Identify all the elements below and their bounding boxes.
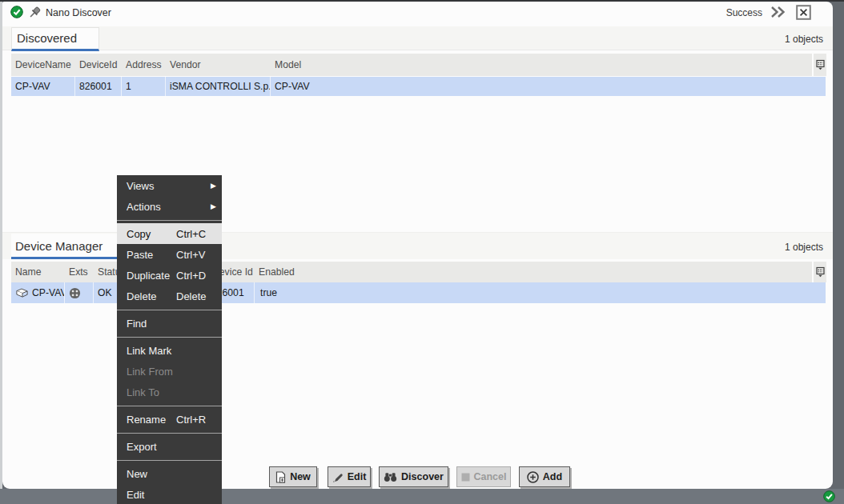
- close-icon[interactable]: [796, 5, 811, 20]
- menu-item-link-to[interactable]: Link To: [117, 382, 222, 402]
- window-title: Nano Discover: [46, 7, 111, 18]
- cell-address: 1: [122, 77, 166, 96]
- window-top-edge: [0, 0, 844, 2]
- cell-model: CP-VAV: [271, 77, 826, 96]
- menu-separator: [117, 306, 222, 313]
- menu-separator: [117, 217, 222, 223]
- new-button[interactable]: New: [269, 466, 317, 487]
- submenu-arrow-icon: ▶: [211, 182, 216, 190]
- menu-item-paste[interactable]: PasteCtrl+V: [117, 244, 222, 265]
- column-header-devicename[interactable]: DeviceName: [11, 54, 75, 76]
- double-chevron-icon[interactable]: [770, 5, 786, 19]
- column-header-deviceid[interactable]: DeviceId: [75, 54, 122, 76]
- cell-vendor: iSMA CONTROLLI S.p.A.: [166, 77, 271, 96]
- discover-button[interactable]: Discover: [379, 466, 448, 487]
- cancel-button[interactable]: Cancel: [456, 466, 511, 487]
- menu-item-copy[interactable]: CopyCtrl+C: [117, 223, 222, 244]
- discovered-object-count: 1 objects: [663, 34, 823, 45]
- column-header-address[interactable]: Address: [122, 54, 166, 76]
- menu-item-duplicate[interactable]: DuplicateCtrl+D: [117, 265, 222, 286]
- menu-separator: [117, 430, 222, 436]
- tab-discovered[interactable]: Discovered: [11, 27, 99, 51]
- context-menu: Views▶ Actions▶ CopyCtrl+C PasteCtrl+V D…: [117, 175, 222, 504]
- success-check-icon: [823, 490, 835, 502]
- menu-item-export[interactable]: Export: [117, 436, 222, 457]
- cell-exts: [65, 282, 94, 303]
- column-header-exts[interactable]: Exts: [65, 262, 94, 282]
- cell-name: CP-VAV: [11, 282, 65, 303]
- device-manager-object-count: 1 objects: [663, 242, 823, 253]
- menu-item-link-mark[interactable]: Link Mark: [117, 340, 222, 361]
- column-header-vendor[interactable]: Vendor: [166, 54, 271, 76]
- add-circle-icon: [527, 471, 539, 483]
- device-box-icon: [15, 287, 29, 298]
- menu-item-rename[interactable]: RenameCtrl+R: [117, 409, 222, 430]
- column-header-name[interactable]: Name: [11, 262, 65, 282]
- stop-square-icon: [461, 473, 470, 482]
- add-button[interactable]: Add: [519, 466, 570, 487]
- status-text: Success: [682, 7, 762, 18]
- menu-separator: [117, 334, 222, 340]
- table-options-icon[interactable]: [814, 54, 826, 76]
- table-options-icon[interactable]: [814, 262, 826, 282]
- menu-item-find[interactable]: Find: [117, 313, 222, 334]
- menu-separator: [117, 402, 222, 409]
- tab-device-manager[interactable]: Device Manager: [11, 234, 122, 259]
- pencil-icon: [332, 471, 344, 482]
- edit-button[interactable]: Edit: [328, 466, 371, 487]
- submenu-arrow-icon: ▶: [211, 202, 216, 210]
- discovered-device-row[interactable]: CP-VAV 826001 1 iSMA CONTROLLI S.p.A. CP…: [11, 77, 826, 96]
- column-header-enabled[interactable]: Enabled: [255, 262, 812, 282]
- menu-item-link-from[interactable]: Link From: [117, 361, 222, 382]
- menu-item-actions[interactable]: Actions▶: [117, 196, 222, 217]
- cell-device-id: 826001: [75, 77, 122, 96]
- menu-item-delete[interactable]: DeleteDelete: [117, 286, 222, 306]
- binoculars-icon: [384, 472, 397, 482]
- cell-device-name: CP-VAV: [11, 77, 75, 96]
- menu-separator: [117, 457, 222, 463]
- success-check-icon: [10, 6, 23, 18]
- menu-item-new[interactable]: New: [117, 463, 222, 484]
- device-extensions-icon[interactable]: [69, 287, 81, 299]
- discovered-table-header: DeviceName DeviceId Address Vendor Model: [11, 54, 812, 76]
- menu-item-edit[interactable]: Edit: [117, 484, 222, 504]
- cell-enabled: true: [255, 282, 826, 303]
- column-header-model[interactable]: Model: [271, 54, 812, 76]
- new-page-icon: [275, 471, 286, 483]
- pin-icon[interactable]: [26, 5, 42, 21]
- menu-item-views[interactable]: Views▶: [117, 175, 222, 196]
